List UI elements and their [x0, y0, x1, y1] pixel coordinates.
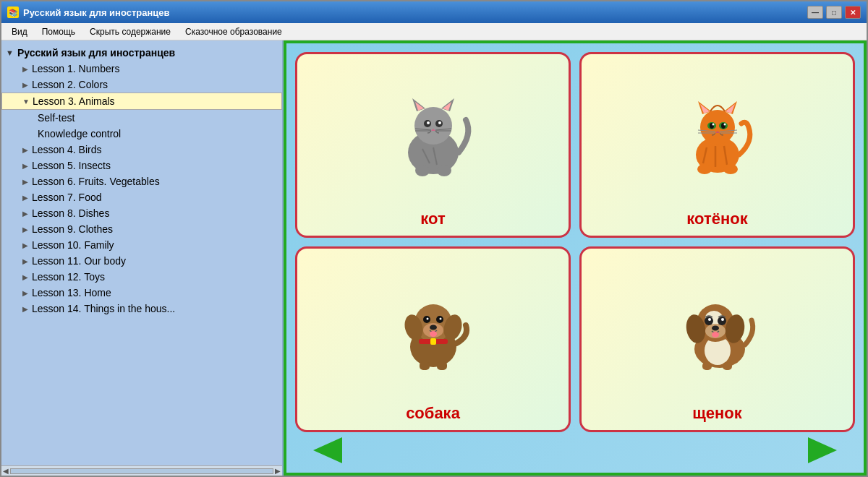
lesson9-arrow-icon: ▶: [20, 224, 30, 234]
lesson9-label: Lesson 9. Clothes: [32, 223, 113, 235]
sidebar-item-lesson1[interactable]: ▶ Lesson 1. Numbers: [1, 61, 282, 77]
lesson8-label: Lesson 8. Dishes: [32, 207, 109, 219]
dog-svg: [386, 285, 480, 372]
svg-point-8: [427, 121, 430, 124]
sidebar-item-lesson13[interactable]: ▶ Lesson 13. Home: [1, 285, 282, 301]
scroll-left-icon[interactable]: ◀: [3, 467, 9, 475]
lesson10-label: Lesson 10. Family: [32, 239, 114, 251]
sidebar-item-lesson8[interactable]: ▶ Lesson 8. Dishes: [1, 205, 282, 221]
menu-hide-content[interactable]: Скрыть содержание: [82, 25, 178, 38]
main-panel: кот: [284, 40, 867, 476]
left-arrow-icon: [313, 437, 342, 463]
sidebar-item-lesson11[interactable]: ▶ Lesson 11. Our body: [1, 253, 282, 269]
sidebar-root[interactable]: ▼ Русский язык для иностранцев: [1, 45, 282, 61]
svg-point-17: [415, 165, 430, 176]
menu-fairy-education[interactable]: Сказочное образование: [178, 25, 289, 38]
svg-rect-54: [420, 361, 430, 370]
sidebar-item-knowledge-control[interactable]: Knowledge control: [1, 126, 282, 142]
sidebar-root-label: Русский язык для иностранцев: [17, 47, 175, 59]
lesson2-arrow-icon: ▶: [20, 80, 30, 90]
lesson13-arrow-icon: ▶: [20, 288, 30, 298]
sidebar-tree[interactable]: ▼ Русский язык для иностранцев ▶ Lesson …: [1, 40, 282, 465]
sidebar-item-lesson12[interactable]: ▶ Lesson 12. Toys: [1, 269, 282, 285]
window-controls: — □ ✕: [807, 6, 861, 19]
svg-point-1: [414, 107, 452, 145]
lesson11-label: Lesson 11. Our body: [32, 255, 126, 267]
maximize-button[interactable]: □: [826, 6, 842, 19]
card-cat-label: кот: [420, 210, 445, 228]
main-content: ▼ Русский язык для иностранцев ▶ Lesson …: [1, 40, 867, 476]
card-kitten-image: [589, 61, 846, 207]
lesson1-arrow-icon: ▶: [20, 64, 30, 74]
root-arrow-icon: ▼: [6, 48, 16, 57]
puppy-svg: [671, 285, 765, 372]
card-kitten-label: котёнок: [686, 210, 747, 228]
lesson6-arrow-icon: ▶: [20, 176, 30, 186]
card-dog-image: [305, 256, 561, 401]
svg-point-18: [437, 165, 451, 176]
sidebar-item-lesson10[interactable]: ▶ Lesson 10. Family: [1, 237, 282, 253]
sidebar-item-lesson4[interactable]: ▶ Lesson 4. Birds: [1, 142, 282, 158]
menu-help[interactable]: Помощь: [35, 25, 82, 38]
sidebar-item-lesson14[interactable]: ▶ Lesson 14. Things in the hous...: [1, 301, 282, 317]
selftest-label: Self-test: [38, 112, 75, 124]
svg-point-39: [697, 164, 712, 174]
minimize-button[interactable]: —: [807, 6, 823, 19]
lesson5-arrow-icon: ▶: [20, 160, 30, 171]
right-arrow-icon: [808, 437, 837, 463]
svg-point-67: [712, 325, 719, 330]
lesson1-label: Lesson 1. Numbers: [32, 63, 119, 74]
menu-bar: Вид Помощь Скрыть содержание Сказочное о…: [1, 23, 867, 40]
lesson14-label: Lesson 14. Things in the hous...: [32, 303, 175, 314]
card-cat[interactable]: кот: [295, 52, 571, 238]
lesson3-arrow-icon: ▼: [21, 96, 31, 106]
kitten-svg: [671, 91, 765, 178]
lesson11-arrow-icon: ▶: [20, 256, 30, 266]
svg-point-49: [439, 317, 441, 319]
lesson4-label: Lesson 4. Birds: [32, 144, 102, 155]
svg-point-68: [712, 332, 719, 338]
menu-view[interactable]: Вид: [4, 25, 35, 38]
sidebar-item-lesson5[interactable]: ▶ Lesson 5. Insects: [1, 158, 282, 173]
svg-point-65: [708, 318, 711, 321]
title-bar: 📚 Русский язык для иностранцев — □ ✕: [1, 1, 867, 23]
card-dog[interactable]: собака: [295, 246, 571, 432]
window-title: Русский язык для иностранцев: [23, 7, 807, 18]
svg-point-40: [723, 164, 738, 174]
close-button[interactable]: ✕: [845, 6, 861, 19]
sidebar-horizontal-scrollbar[interactable]: ◀ ▶: [1, 465, 282, 476]
svg-rect-55: [437, 361, 447, 370]
app-icon: 📚: [7, 7, 19, 18]
svg-point-33: [723, 123, 726, 125]
sidebar-item-selftest[interactable]: Self-test: [1, 110, 282, 126]
svg-point-50: [430, 325, 437, 330]
lesson8-arrow-icon: ▶: [20, 208, 30, 218]
svg-point-48: [426, 317, 428, 319]
svg-rect-70: [723, 362, 732, 370]
sidebar-item-lesson7[interactable]: ▶ Lesson 7. Food: [1, 189, 282, 205]
svg-point-23: [700, 110, 735, 145]
card-dog-label: собака: [406, 404, 460, 423]
sidebar-item-lesson6[interactable]: ▶ Lesson 6. Fruits. Vegetables: [1, 173, 282, 189]
lesson6-label: Lesson 6. Fruits. Vegetables: [32, 176, 160, 187]
next-button[interactable]: [804, 437, 841, 463]
svg-point-32: [712, 123, 714, 125]
card-cat-image: [305, 61, 561, 207]
sidebar-item-lesson2[interactable]: ▶ Lesson 2. Colors: [1, 77, 282, 93]
lesson12-arrow-icon: ▶: [20, 272, 30, 282]
lesson7-arrow-icon: ▶: [20, 192, 30, 202]
scroll-right-icon[interactable]: ▶: [275, 467, 281, 475]
prev-button[interactable]: [310, 437, 346, 463]
navigation-row: [295, 432, 855, 464]
svg-point-63: [705, 317, 713, 325]
card-kitten[interactable]: котёнок: [579, 52, 855, 238]
lesson13-label: Lesson 13. Home: [32, 287, 111, 298]
card-puppy-label: щенок: [692, 404, 742, 423]
lesson12-label: Lesson 12. Toys: [32, 271, 105, 283]
sidebar-item-lesson9[interactable]: ▶ Lesson 9. Clothes: [1, 221, 282, 237]
svg-rect-69: [702, 362, 712, 370]
lesson3-label: Lesson 3. Animals: [33, 95, 115, 107]
lesson4-arrow-icon: ▶: [20, 145, 30, 155]
sidebar-item-lesson3[interactable]: ▼ Lesson 3. Animals: [1, 93, 282, 110]
card-puppy[interactable]: щенок: [579, 246, 855, 432]
